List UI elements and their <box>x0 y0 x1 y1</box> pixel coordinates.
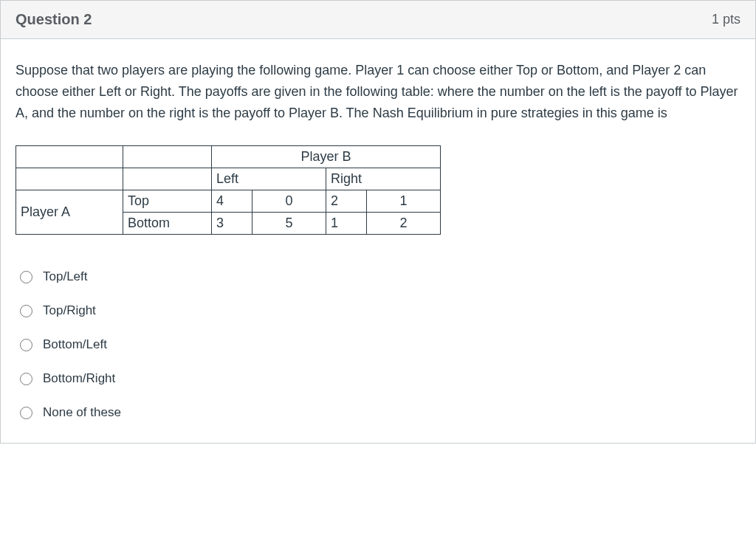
option-top-right[interactable]: Top/Right <box>16 294 740 328</box>
col-left-header: Left <box>212 168 326 190</box>
cell-top-left-b: 0 <box>252 190 326 213</box>
radio-top-left[interactable] <box>20 271 32 283</box>
option-label[interactable]: None of these <box>43 405 121 420</box>
option-label[interactable]: Bottom/Right <box>43 371 115 386</box>
cell-bottom-right-a: 1 <box>326 213 367 235</box>
player-a-header: Player A <box>16 190 123 235</box>
question-body: Suppose that two players are playing the… <box>1 39 755 443</box>
option-bottom-right[interactable]: Bottom/Right <box>16 362 740 396</box>
col-right-header: Right <box>326 168 441 190</box>
player-b-header: Player B <box>212 146 441 168</box>
cell-top-right-b: 1 <box>367 190 441 213</box>
cell-top-right-a: 2 <box>326 190 367 213</box>
answer-options: Top/Left Top/Right Bottom/Left Bottom/Ri… <box>16 260 740 430</box>
row-bottom-header: Bottom <box>123 213 212 235</box>
option-label[interactable]: Top/Right <box>43 303 96 318</box>
radio-top-right[interactable] <box>20 305 32 317</box>
cell-bottom-left-a: 3 <box>212 213 252 235</box>
question-container: Question 2 1 pts Suppose that two player… <box>0 0 756 444</box>
cell-top-left-a: 4 <box>212 190 252 213</box>
option-none[interactable]: None of these <box>16 396 740 430</box>
question-points: 1 pts <box>712 12 740 27</box>
option-bottom-left[interactable]: Bottom/Left <box>16 328 740 362</box>
option-label[interactable]: Bottom/Left <box>43 337 107 352</box>
payoff-table: Player B Left Right Player A Top 4 0 2 1… <box>16 145 441 235</box>
question-header: Question 2 1 pts <box>1 1 755 39</box>
question-prompt: Suppose that two players are playing the… <box>16 60 740 123</box>
cell-bottom-left-b: 5 <box>252 213 326 235</box>
radio-none[interactable] <box>20 407 32 419</box>
row-top-header: Top <box>123 190 212 213</box>
radio-bottom-right[interactable] <box>20 373 32 385</box>
radio-bottom-left[interactable] <box>20 339 32 351</box>
option-label[interactable]: Top/Left <box>43 269 88 284</box>
question-title: Question 2 <box>16 11 92 28</box>
cell-bottom-right-b: 2 <box>367 213 441 235</box>
option-top-left[interactable]: Top/Left <box>16 260 740 294</box>
